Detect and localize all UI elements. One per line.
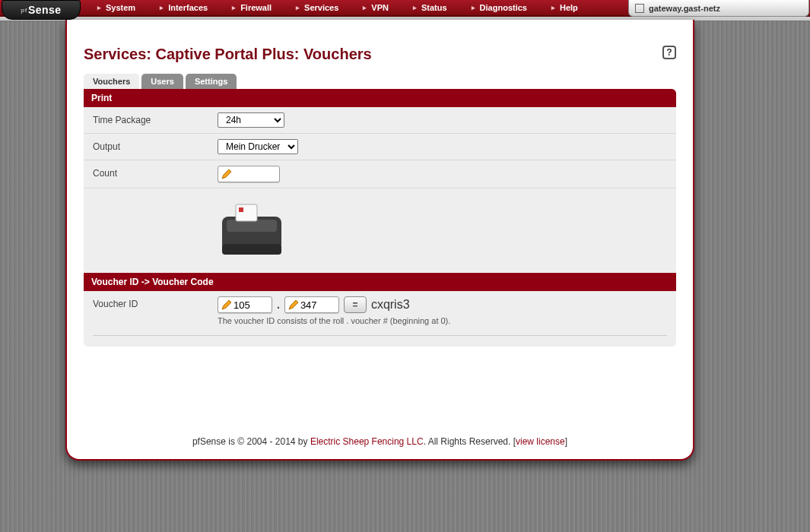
voucher-id-label: Voucher ID (93, 296, 218, 309)
page-footer: pfSense is © 2004 - 2014 by Electric She… (67, 436, 693, 447)
brand-logo: pfSense (2, 0, 81, 20)
svg-marker-7 (289, 300, 298, 309)
voucher-id-hint: The voucher ID consists of the roll . vo… (218, 316, 667, 325)
section-print-header: Print (84, 89, 676, 107)
menu-interfaces[interactable]: Interfaces (148, 3, 220, 12)
svg-marker-0 (222, 169, 231, 179)
output-label: Output (93, 139, 218, 152)
footer-license-link[interactable]: view license (516, 436, 565, 447)
network-icon (635, 4, 644, 13)
time-package-select[interactable]: 24h (218, 112, 284, 128)
count-input[interactable] (233, 169, 276, 180)
number-input[interactable] (300, 299, 335, 311)
tab-settings[interactable]: Settings (186, 74, 237, 89)
count-label: Count (93, 166, 218, 179)
menu-help[interactable]: Help (539, 3, 590, 12)
row-voucher-id: Voucher ID . = cxqris3 (84, 291, 676, 331)
form-panel: Print Time Package 24h Output Mein Druck… (84, 89, 676, 347)
roll-input[interactable] (233, 299, 268, 311)
content-card: ? Services: Captive Portal Plus: Voucher… (65, 20, 694, 461)
svg-marker-6 (222, 300, 231, 309)
pencil-icon (221, 299, 232, 310)
row-printer-image (84, 188, 676, 273)
help-icon[interactable]: ? (662, 46, 676, 59)
hostname-text: gateway.gast-netz (649, 4, 720, 13)
svg-rect-5 (239, 207, 243, 212)
tabs: Vouchers Users Settings (84, 74, 676, 89)
pencil-icon (288, 299, 299, 310)
separator-dot: . (277, 299, 280, 311)
menu-vpn[interactable]: VPN (351, 3, 401, 12)
menu-diagnostics[interactable]: Diagnostics (459, 3, 539, 12)
printer-icon (218, 201, 287, 261)
lookup-button[interactable]: = (344, 296, 367, 313)
menu-system[interactable]: System (85, 3, 148, 12)
row-output: Output Mein Drucker (84, 134, 676, 160)
menu-firewall[interactable]: Firewall (220, 3, 284, 12)
time-package-label: Time Package (93, 112, 218, 125)
tab-vouchers[interactable]: Vouchers (84, 74, 139, 89)
hostname-badge: gateway.gast-netz (628, 0, 809, 17)
footer-vendor-link[interactable]: Electric Sheep Fencing LLC (310, 436, 424, 447)
roll-input-wrap (218, 296, 272, 313)
voucher-code-result: cxqris3 (371, 298, 410, 312)
menu-services[interactable]: Services (284, 3, 351, 12)
section-lookup-header: Voucher ID -> Voucher Code (84, 273, 676, 291)
number-input-wrap (284, 296, 339, 313)
menu-status[interactable]: Status (401, 3, 459, 12)
svg-rect-2 (222, 244, 281, 255)
page-title: Services: Captive Portal Plus: Vouchers (84, 46, 676, 63)
row-count: Count (84, 160, 676, 188)
tab-users[interactable]: Users (141, 74, 183, 89)
output-select[interactable]: Mein Drucker (218, 139, 298, 154)
pencil-icon (221, 169, 232, 179)
count-input-wrap (218, 166, 280, 182)
svg-rect-4 (236, 204, 257, 221)
row-time-package: Time Package 24h (84, 107, 676, 134)
